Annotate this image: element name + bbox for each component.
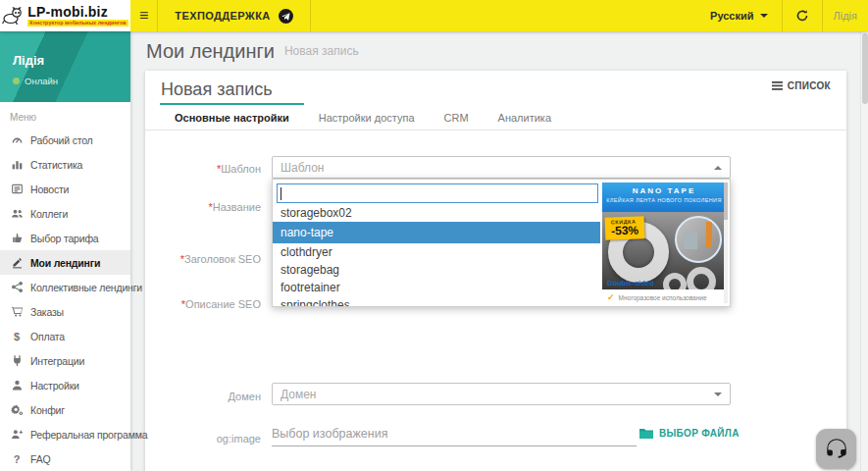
online-status-dot <box>13 78 20 84</box>
tape-roll-graphic <box>663 273 687 289</box>
template-select-placeholder: Шаблон <box>281 161 324 175</box>
plug-icon <box>10 354 24 367</box>
sidebar-item-colleagues[interactable]: Коллеги <box>0 201 130 226</box>
preview-inset-photo <box>675 216 722 263</box>
refresh-button[interactable] <box>783 0 822 31</box>
support-button[interactable]: ТЕХПОДДЕРЖКА <box>158 0 309 31</box>
preview-feature-text: Многоразовое использование <box>619 294 707 301</box>
sidebar-item-statistics[interactable]: Статистика <box>0 152 130 177</box>
chevron-down-icon <box>760 14 768 18</box>
share-icon <box>10 281 24 293</box>
menu-section-label: Меню <box>0 102 130 128</box>
sidebar-item-config[interactable]: Конфиг <box>0 397 130 422</box>
tab-access-settings[interactable]: Настройки доступа <box>304 103 430 130</box>
support-label: ТЕХПОДДЕРЖКА <box>175 10 270 22</box>
og-image-label: og:image <box>145 433 261 445</box>
telegram-icon <box>279 9 293 24</box>
sidebar-item-settings[interactable]: Настройки <box>0 373 130 397</box>
cart-icon <box>10 305 24 318</box>
list-icon <box>772 81 783 90</box>
dropdown-scrollbar[interactable] <box>724 183 728 303</box>
users-icon <box>10 207 24 220</box>
file-select-button[interactable]: ВЫБОР ФАЙЛА <box>639 428 740 439</box>
sidebar: Лідія Онлайн Меню Рабочий стол Статистик… <box>0 31 130 471</box>
profile-name: Лідія <box>13 53 44 68</box>
refresh-icon <box>795 9 809 23</box>
dropdown-option-highlighted[interactable]: nano-tape <box>273 222 600 243</box>
language-dropdown[interactable]: Русский <box>696 0 781 31</box>
sidebar-item-tariff[interactable]: Выбор тарифа <box>0 226 130 250</box>
sidebar-item-collective-landings[interactable]: Коллективные лендинги <box>0 275 130 299</box>
folder-icon <box>639 428 653 439</box>
page-scrollbar-handle[interactable] <box>862 33 868 104</box>
preview-title: NANO TAPE <box>602 186 726 195</box>
domain-label: Домен <box>145 391 261 402</box>
sidebar-item-news[interactable]: Новости <box>0 177 130 201</box>
sidebar-item-orders[interactable]: Заказы <box>0 299 130 324</box>
dropdown-option[interactable]: springclothes <box>273 296 600 307</box>
preview-subtitle: КЛЕЙКАЯ ЛЕНТА НОВОГО ПОКОЛЕНИЯ <box>602 197 726 203</box>
dropdown-option[interactable]: storagebox02 <box>273 204 600 222</box>
seo-title-label: Заголовок SEO <box>145 253 261 265</box>
question-icon: ? <box>10 453 24 465</box>
language-label: Русский <box>710 10 753 22</box>
sidebar-item-payment[interactable]: $ Оплата <box>0 324 130 348</box>
logo-title: LP-mobi.biz <box>27 5 128 19</box>
headset-icon <box>824 437 849 462</box>
tab-bar: Основные настройки Настройки доступа CRM… <box>145 103 846 131</box>
main-content: Мои лендинги Новая запись Новая запись С… <box>130 31 868 471</box>
topbar: LP-mobi.biz Конструктор мобильных лендин… <box>0 0 868 31</box>
hand-pointer-icon <box>10 232 24 244</box>
template-dropdown-panel: storagebox02 nano-tape clothdryer storag… <box>272 179 731 307</box>
dropdown-option[interactable]: clothdryer <box>273 243 600 261</box>
sidebar-toggle-button[interactable]: ≡ <box>130 0 157 31</box>
page-scrollbar[interactable] <box>860 31 868 471</box>
sidebar-item-faq[interactable]: ? FAQ <box>0 446 130 471</box>
list-button[interactable]: СПИСОК <box>772 80 831 91</box>
bar-chart-icon <box>10 158 24 171</box>
dropdown-scrollbar-handle[interactable] <box>724 183 728 220</box>
dropdown-search-input[interactable] <box>277 183 598 203</box>
sidebar-item-referral[interactable]: Реферальная программа <box>0 422 130 446</box>
breadcrumb: Мои лендинги Новая запись <box>130 31 868 71</box>
preview-caption: Double-sided <box>607 279 654 288</box>
pencil-signature-icon <box>10 256 24 269</box>
template-label: Шаблон <box>145 163 261 175</box>
domain-select-placeholder: Домен <box>281 388 317 401</box>
name-label: Название <box>145 201 261 213</box>
newspaper-icon <box>10 183 24 195</box>
topbar-username[interactable]: Лідія <box>823 0 868 31</box>
dollar-icon: $ <box>10 331 24 342</box>
tape-roll-graphic <box>687 267 716 289</box>
dropdown-option[interactable]: storagebag <box>273 261 600 279</box>
dropdown-option[interactable]: footretainer <box>273 279 600 296</box>
app-logo[interactable]: LP-mobi.biz Конструктор мобильных лендин… <box>0 0 130 31</box>
tab-crm[interactable]: CRM <box>430 103 484 130</box>
page-title: Мои лендинги <box>146 40 275 63</box>
dropdown-options-list: storagebox02 nano-tape clothdryer storag… <box>273 204 600 307</box>
user-plus-icon <box>10 428 24 441</box>
sidebar-item-integrations[interactable]: Интеграции <box>0 348 130 373</box>
chevron-up-icon <box>714 166 722 170</box>
tab-analytics[interactable]: Аналитика <box>484 103 566 130</box>
template-select[interactable]: Шаблон <box>272 156 731 179</box>
sidebar-item-dashboard[interactable]: Рабочий стол <box>0 128 130 152</box>
template-preview: NANO TAPE КЛЕЙКАЯ ЛЕНТА НОВОГО ПОКОЛЕНИЯ… <box>602 183 726 305</box>
logo-dog-icon <box>2 6 24 26</box>
tab-main-settings[interactable]: Основные настройки <box>160 103 304 130</box>
card-title: Новая запись <box>161 79 273 100</box>
seo-description-label: Описание SEO <box>145 298 261 310</box>
support-chat-button[interactable] <box>816 429 856 469</box>
breadcrumb-subtitle: Новая запись <box>284 44 359 58</box>
og-image-input[interactable] <box>272 422 637 446</box>
user-icon <box>10 379 24 392</box>
logo-subtitle: Конструктор мобильных лендингов <box>27 20 128 27</box>
hamburger-icon: ≡ <box>139 7 148 25</box>
template-preview-image: NANO TAPE КЛЕЙКАЯ ЛЕНТА НОВОГО ПОКОЛЕНИЯ… <box>602 183 726 289</box>
text-cursor <box>281 187 281 200</box>
discount-badge: СКИДКА -53% <box>605 216 645 239</box>
chevron-down-icon <box>714 392 722 396</box>
domain-select[interactable]: Домен <box>272 383 731 405</box>
profile-card: Лідія Онлайн <box>0 31 130 102</box>
sidebar-item-my-landings[interactable]: Мои лендинги <box>0 250 130 275</box>
